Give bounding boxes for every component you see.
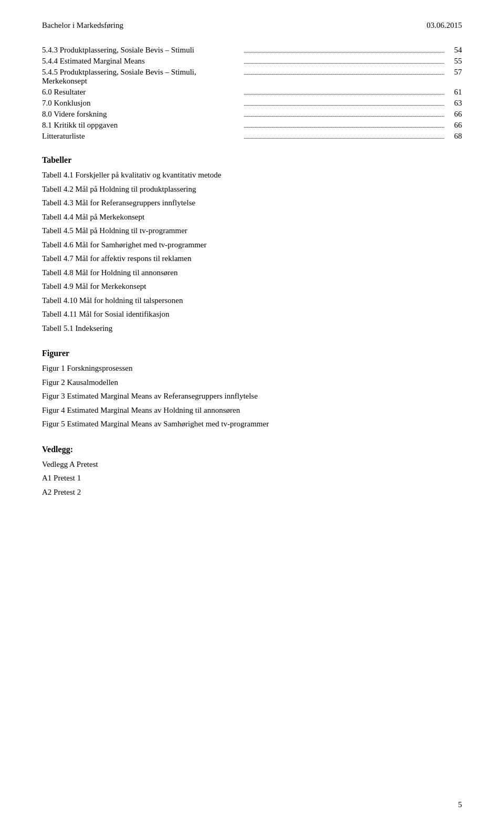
toc-item: 5.4.4 Estimated Marginal Means55	[42, 57, 462, 66]
tabeller-title: Tabeller	[42, 155, 462, 165]
list-item: A1 Pretest 1	[42, 472, 462, 484]
toc-page-number: 68	[446, 132, 462, 141]
list-item: Tabell 4.9 Mål for Merkekonsept	[42, 280, 462, 293]
toc-page-number: 54	[446, 46, 462, 55]
vedlegg-list: Vedlegg A PretestA1 Pretest 1A2 Pretest …	[42, 458, 462, 498]
toc-dots	[244, 74, 444, 75]
tabeller-list: Tabell 4.1 Forskjeller på kvalitativ og …	[42, 169, 462, 334]
toc-item-label: 5.4.4 Estimated Marginal Means	[42, 57, 242, 66]
toc-item-label: 5.4.5 Produktplassering, Sosiale Bevis –…	[42, 68, 242, 86]
toc-page-number: 55	[446, 57, 462, 66]
toc-item: 5.4.3 Produktplassering, Sosiale Bevis –…	[42, 46, 462, 55]
toc-item: 6.0 Resultater61	[42, 88, 462, 97]
list-item: Figur 5 Estimated Marginal Means av Samh…	[42, 418, 462, 430]
toc-item-label: 6.0 Resultater	[42, 88, 242, 97]
toc-dots	[244, 138, 444, 139]
toc-item: Litteraturliste68	[42, 132, 462, 141]
tabeller-section: Tabeller Tabell 4.1 Forskjeller på kvali…	[42, 155, 462, 334]
toc-page-number: 66	[446, 110, 462, 119]
list-item: Tabell 4.2 Mål på Holdning til produktpl…	[42, 183, 462, 195]
toc-dots	[244, 94, 444, 95]
toc-item-label: 7.0 Konklusjon	[42, 99, 242, 108]
toc-item: 5.4.5 Produktplassering, Sosiale Bevis –…	[42, 68, 462, 86]
list-item: Tabell 4.1 Forskjeller på kvalitativ og …	[42, 169, 462, 181]
toc-item-label: Litteraturliste	[42, 132, 242, 141]
list-item: Tabell 4.5 Mål på Holdning til tv-progra…	[42, 225, 462, 237]
toc-page-number: 66	[446, 121, 462, 130]
figurer-section: Figurer Figur 1 ForskningsprosessenFigur…	[42, 349, 462, 430]
list-item: Tabell 4.7 Mål for affektiv respons til …	[42, 253, 462, 265]
list-item: Tabell 5.1 Indeksering	[42, 322, 462, 335]
list-item: Tabell 4.6 Mål for Samhørighet med tv-pr…	[42, 239, 462, 251]
toc-item: 7.0 Konklusjon63	[42, 99, 462, 108]
list-item: A2 Pretest 2	[42, 486, 462, 498]
vedlegg-section: Vedlegg: Vedlegg A PretestA1 Pretest 1A2…	[42, 445, 462, 498]
page-header: Bachelor i Markedsføring 03.06.2015	[42, 21, 462, 30]
toc-dots	[244, 105, 444, 106]
toc-item-label: 8.0 Videre forskning	[42, 110, 242, 119]
list-item: Figur 3 Estimated Marginal Means av Refe…	[42, 390, 462, 402]
toc-dots	[244, 116, 444, 117]
vedlegg-title: Vedlegg:	[42, 445, 462, 454]
list-item: Vedlegg A Pretest	[42, 458, 462, 471]
page: Bachelor i Markedsføring 03.06.2015 5.4.…	[0, 0, 504, 825]
header-left: Bachelor i Markedsføring	[42, 21, 123, 30]
toc-page-number: 63	[446, 99, 462, 108]
list-item: Tabell 4.4 Mål på Merkekonsept	[42, 211, 462, 223]
list-item: Figur 2 Kausalmodellen	[42, 377, 462, 389]
toc-item: 8.1 Kritikk til oppgaven66	[42, 121, 462, 130]
figurer-list: Figur 1 ForskningsprosessenFigur 2 Kausa…	[42, 362, 462, 430]
toc-section: 5.4.3 Produktplassering, Sosiale Bevis –…	[42, 46, 462, 141]
toc-page-number: 61	[446, 88, 462, 97]
list-item: Figur 1 Forskningsprosessen	[42, 362, 462, 374]
toc-dots	[244, 127, 444, 128]
toc-item: 8.0 Videre forskning66	[42, 110, 462, 119]
list-item: Tabell 4.10 Mål for holdning til talsper…	[42, 295, 462, 307]
list-item: Tabell 4.3 Mål for Referansegruppers inn…	[42, 197, 462, 209]
toc-dots	[244, 63, 444, 64]
list-item: Tabell 4.11 Mål for Sosial identifikasjo…	[42, 308, 462, 320]
toc-page-number: 57	[446, 68, 462, 77]
header-right: 03.06.2015	[427, 21, 463, 30]
footer-page-number: 5	[458, 800, 463, 809]
toc-dots	[244, 52, 444, 53]
list-item: Tabell 4.8 Mål for Holdning til annonsør…	[42, 267, 462, 279]
list-item: Figur 4 Estimated Marginal Means av Hold…	[42, 404, 462, 416]
toc-item-label: 8.1 Kritikk til oppgaven	[42, 121, 242, 130]
toc-item-label: 5.4.3 Produktplassering, Sosiale Bevis –…	[42, 46, 242, 55]
figurer-title: Figurer	[42, 349, 462, 358]
